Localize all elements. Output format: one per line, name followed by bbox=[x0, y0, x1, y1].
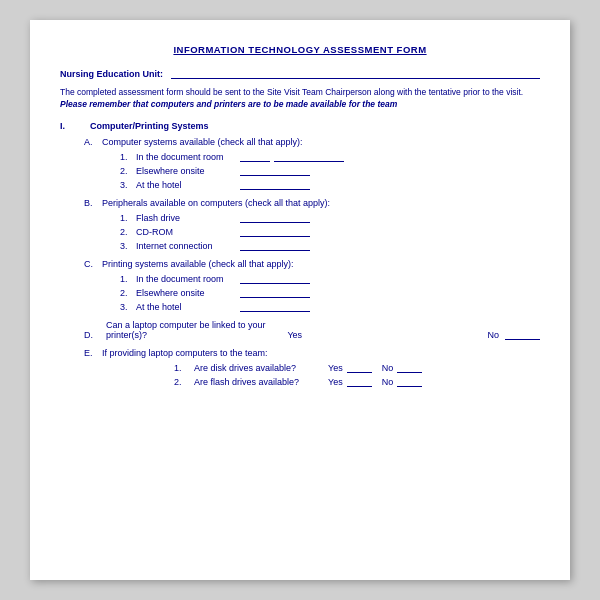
no-label: No bbox=[382, 377, 394, 387]
item-field[interactable] bbox=[240, 179, 310, 190]
sub-e-letter: E. bbox=[84, 348, 102, 358]
sub-d-letter: D. bbox=[84, 330, 102, 340]
item-field[interactable] bbox=[240, 212, 310, 223]
list-item: 1. Flash drive bbox=[120, 212, 540, 223]
sub-b: B. Peripherals available on computers (c… bbox=[84, 198, 540, 251]
intro-text: The completed assessment form should be … bbox=[60, 87, 540, 111]
item-num: 1. bbox=[120, 274, 136, 284]
sub-d-yes-field: Yes bbox=[287, 330, 302, 340]
sub-d: D. Can a laptop computer be linked to yo… bbox=[84, 320, 540, 340]
sub-a-header: A. Computer systems available (check all… bbox=[84, 137, 540, 147]
sub-a-items: 1. In the document room 2. Elsewhere ons… bbox=[120, 151, 540, 190]
item-num: 3. bbox=[120, 302, 136, 312]
no-field[interactable] bbox=[397, 362, 422, 373]
yes-label: Yes bbox=[328, 377, 343, 387]
list-item: 2. Elsewhere onsite bbox=[120, 165, 540, 176]
sub-c-items: 1. In the document room 2. Elsewhere ons… bbox=[120, 273, 540, 312]
list-item: 3. At the hotel bbox=[120, 179, 540, 190]
item-num: 3. bbox=[120, 241, 136, 251]
form-title: Information Technology Assessment Form bbox=[60, 44, 540, 55]
sub-c-letter: C. bbox=[84, 259, 102, 269]
sub-b-title: Peripherals available on computers (chec… bbox=[102, 198, 330, 208]
nursing-label: Nursing Education Unit: bbox=[60, 69, 163, 79]
list-item: 2. Elsewhere onsite bbox=[120, 287, 540, 298]
item-field[interactable] bbox=[240, 226, 310, 237]
item-num: 2. bbox=[174, 377, 190, 387]
sub-c-title: Printing systems available (check all th… bbox=[102, 259, 294, 269]
item-label: In the document room bbox=[136, 274, 236, 284]
yes-field[interactable] bbox=[347, 362, 372, 373]
item-label: Are disk drives available? bbox=[194, 363, 324, 373]
list-item: 2. Are flash drives available? Yes No bbox=[174, 376, 540, 387]
item-label: Flash drive bbox=[136, 213, 236, 223]
yes-label: Yes bbox=[328, 363, 343, 373]
item-label: Elsewhere onsite bbox=[136, 166, 236, 176]
item-field[interactable] bbox=[274, 151, 344, 162]
item-field-short[interactable] bbox=[240, 151, 270, 162]
intro-italic: Please remember that computers and print… bbox=[60, 99, 397, 109]
section-i-title: Computer/Printing Systems bbox=[90, 121, 209, 131]
sub-e-title: If providing laptop computers to the tea… bbox=[102, 348, 268, 358]
item-num: 2. bbox=[120, 166, 136, 176]
sub-e: E. If providing laptop computers to the … bbox=[84, 348, 540, 387]
list-item: 2. CD-ROM bbox=[120, 226, 540, 237]
sub-e-header: E. If providing laptop computers to the … bbox=[84, 348, 540, 358]
section-i-num: I. bbox=[60, 121, 74, 131]
nursing-field[interactable] bbox=[171, 67, 540, 79]
no-label: No bbox=[488, 330, 500, 340]
item-num: 1. bbox=[120, 152, 136, 162]
sub-d-question: Can a laptop computer be linked to your … bbox=[106, 320, 275, 340]
list-item: 3. Internet connection bbox=[120, 240, 540, 251]
item-label: At the hotel bbox=[136, 180, 236, 190]
item-label: Elsewhere onsite bbox=[136, 288, 236, 298]
item-field[interactable] bbox=[240, 301, 310, 312]
sub-c: C. Printing systems available (check all… bbox=[84, 259, 540, 312]
sub-e-items: 1. Are disk drives available? Yes No 2. … bbox=[120, 362, 540, 387]
list-item: 3. At the hotel bbox=[120, 301, 540, 312]
section-i-header: I. Computer/Printing Systems bbox=[60, 121, 540, 131]
item-field[interactable] bbox=[240, 287, 310, 298]
item-label: In the document room bbox=[136, 152, 236, 162]
item-label: Are flash drives available? bbox=[194, 377, 324, 387]
sub-c-header: C. Printing systems available (check all… bbox=[84, 259, 540, 269]
nursing-row: Nursing Education Unit: bbox=[60, 67, 540, 79]
form-page: Information Technology Assessment Form N… bbox=[30, 20, 570, 580]
item-field[interactable] bbox=[240, 240, 310, 251]
intro-normal: The completed assessment form should be … bbox=[60, 87, 523, 97]
item-num: 1. bbox=[120, 213, 136, 223]
list-item: 1. In the document room bbox=[120, 151, 540, 162]
item-label: At the hotel bbox=[136, 302, 236, 312]
item-field[interactable] bbox=[240, 165, 310, 176]
sub-a: A. Computer systems available (check all… bbox=[84, 137, 540, 190]
sub-d-no-field: No bbox=[488, 329, 541, 340]
no-field[interactable] bbox=[397, 376, 422, 387]
sub-a-letter: A. bbox=[84, 137, 102, 147]
list-item: 1. Are disk drives available? Yes No bbox=[174, 362, 540, 373]
item-num: 2. bbox=[120, 288, 136, 298]
item-label: CD-ROM bbox=[136, 227, 236, 237]
yes-label: Yes bbox=[287, 330, 302, 340]
sub-b-letter: B. bbox=[84, 198, 102, 208]
sub-a-title: Computer systems available (check all th… bbox=[102, 137, 303, 147]
sub-b-items: 1. Flash drive 2. CD-ROM 3. Internet con… bbox=[120, 212, 540, 251]
no-label: No bbox=[382, 363, 394, 373]
item-label: Internet connection bbox=[136, 241, 236, 251]
list-item: 1. In the document room bbox=[120, 273, 540, 284]
item-num: 3. bbox=[120, 180, 136, 190]
item-num: 1. bbox=[174, 363, 190, 373]
item-field[interactable] bbox=[240, 273, 310, 284]
no-field[interactable] bbox=[505, 329, 540, 340]
sub-b-header: B. Peripherals available on computers (c… bbox=[84, 198, 540, 208]
yes-field[interactable] bbox=[347, 376, 372, 387]
item-num: 2. bbox=[120, 227, 136, 237]
